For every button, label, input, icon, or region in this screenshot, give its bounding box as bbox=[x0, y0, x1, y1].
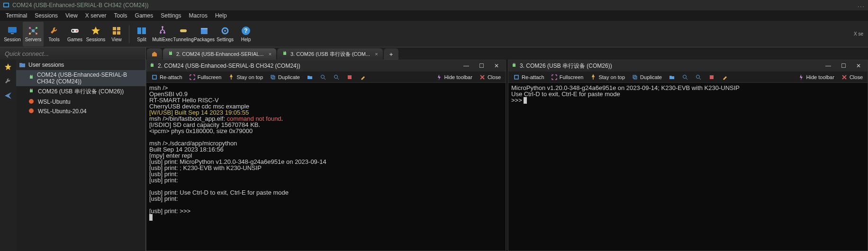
save-button[interactable] bbox=[344, 72, 356, 82]
close-button[interactable]: ✕ bbox=[852, 63, 865, 69]
hide-toolbar-button[interactable]: Hide toolbar bbox=[433, 72, 475, 82]
fork-icon bbox=[157, 26, 168, 36]
svg-rect-70 bbox=[710, 75, 714, 79]
sidebar-header[interactable]: User sessions bbox=[16, 60, 145, 70]
svg-rect-36 bbox=[283, 52, 286, 55]
close-button[interactable]: ✕ bbox=[490, 63, 503, 69]
zoom-in-button[interactable] bbox=[679, 72, 691, 82]
svg-rect-35 bbox=[171, 51, 172, 52]
open-folder-button[interactable] bbox=[666, 72, 678, 82]
terminal-titlebar[interactable]: 3. COM26 (USB 串行设备 (COM26)) — ☐ ✕ bbox=[508, 60, 868, 72]
toolbar-close-button[interactable]: Close bbox=[838, 72, 866, 82]
brush-button[interactable] bbox=[719, 72, 731, 82]
terminal-titlebar[interactable]: 2. COM24 (USB-Enhanced-SERIAL-B CH342 (C… bbox=[146, 60, 506, 72]
zoom-in-button[interactable] bbox=[317, 72, 329, 82]
duplicate-button[interactable]: Duplicate bbox=[267, 72, 303, 82]
plug-icon bbox=[149, 63, 155, 69]
svg-rect-22 bbox=[142, 27, 146, 34]
ribbon-packages-button[interactable]: Packages bbox=[194, 22, 215, 46]
open-folder-button[interactable] bbox=[304, 72, 316, 82]
save-icon bbox=[708, 74, 715, 81]
menu-games[interactable]: Games bbox=[131, 12, 157, 19]
ribbon-sessions-label: Sessions bbox=[86, 37, 106, 42]
ribbon-session-button[interactable]: Session bbox=[2, 22, 23, 46]
close-icon[interactable]: × bbox=[375, 51, 378, 57]
reattach-button[interactable]: Re-attach bbox=[148, 72, 185, 82]
svg-rect-49 bbox=[153, 63, 153, 64]
svg-rect-51 bbox=[271, 75, 274, 78]
tools-gutter-icon[interactable] bbox=[3, 77, 13, 86]
zoom-in-icon bbox=[682, 74, 688, 81]
svg-point-24 bbox=[160, 32, 162, 34]
brush-button[interactable] bbox=[357, 72, 369, 82]
ribbon-multiexec-label: MultiExec bbox=[152, 37, 172, 42]
save-button[interactable] bbox=[705, 72, 718, 82]
ribbon-settings-button[interactable]: Settings bbox=[215, 22, 235, 46]
ribbon-sessions-button[interactable]: Sessions bbox=[85, 22, 106, 46]
ribbon-tunneling-button[interactable]: Tunneling bbox=[173, 22, 194, 46]
ribbon-split-button[interactable]: Split bbox=[131, 22, 152, 46]
menu-help[interactable]: Help bbox=[211, 12, 231, 19]
pin-icon bbox=[590, 74, 597, 81]
terminal-title: 2. COM24 (USB-Enhanced-SERIAL-B CH342 (C… bbox=[158, 63, 300, 69]
ribbon-tools-button[interactable]: Tools bbox=[44, 22, 64, 46]
svg-point-45 bbox=[29, 99, 34, 104]
menu-view[interactable]: View bbox=[62, 12, 81, 19]
bolt-icon bbox=[798, 74, 805, 81]
zoom-out-icon bbox=[695, 74, 702, 81]
close-icon[interactable]: × bbox=[269, 51, 271, 57]
svg-rect-16 bbox=[72, 30, 73, 32]
quick-connect-placeholder: Quick connect... bbox=[5, 50, 49, 57]
fullscreen-button[interactable]: Fullscreen bbox=[186, 72, 225, 82]
menu-settings[interactable]: Settings bbox=[157, 12, 185, 19]
tab-com26-label: 3. COM26 (USB 串行设备 (COM... bbox=[290, 51, 370, 58]
menu-xserver[interactable]: X server bbox=[81, 12, 110, 19]
tab-home[interactable] bbox=[147, 48, 162, 60]
tab-com26[interactable]: 3. COM26 (USB 串行设备 (COM...× bbox=[277, 48, 383, 60]
toolbar-close-button[interactable]: Close bbox=[476, 72, 504, 82]
sidebar-item-com24[interactable]: COM24 (USB-Enhanced-SERIAL-B CH342 (COM2… bbox=[16, 70, 145, 86]
ribbon-multiexec-button[interactable]: MultiExec bbox=[152, 22, 173, 46]
ribbon-games-button[interactable]: Games bbox=[64, 22, 85, 46]
zoom-out-button[interactable] bbox=[330, 72, 343, 82]
maximize-button[interactable]: ☐ bbox=[837, 63, 850, 69]
sidebar-item-wsl-ubuntu[interactable]: WSL-Ubuntu bbox=[16, 97, 145, 107]
reattach-button[interactable]: Re-attach bbox=[510, 72, 547, 82]
ribbon-servers-button[interactable]: Servers bbox=[23, 22, 44, 46]
duplicate-button[interactable]: Duplicate bbox=[629, 72, 665, 82]
quick-connect-input[interactable]: Quick connect... bbox=[0, 47, 146, 60]
fullscreen-button[interactable]: Fullscreen bbox=[548, 72, 587, 82]
svg-line-54 bbox=[324, 78, 326, 80]
svg-rect-19 bbox=[113, 31, 116, 35]
send-gutter-icon[interactable] bbox=[3, 91, 13, 100]
stayontop-button[interactable]: Stay on top bbox=[225, 72, 266, 82]
maximize-button[interactable]: ☐ bbox=[475, 63, 488, 69]
stayontop-button[interactable]: Stay on top bbox=[587, 72, 628, 82]
ribbon-xserver-label[interactable]: X se bbox=[854, 31, 866, 36]
minimize-button[interactable]: — bbox=[822, 63, 834, 69]
menu-tools[interactable]: Tools bbox=[110, 12, 131, 19]
ribbon-view-button[interactable]: View bbox=[106, 22, 127, 46]
minimize-button[interactable]: — bbox=[460, 63, 472, 69]
window-menu-dots[interactable]: ... bbox=[858, 2, 865, 9]
menu-macros[interactable]: Macros bbox=[185, 12, 211, 19]
svg-rect-42 bbox=[30, 90, 33, 92]
zoom-out-button[interactable] bbox=[692, 72, 705, 82]
sidebar-item-wsl-ubuntu-2004[interactable]: WSL-Ubuntu-20.04 bbox=[16, 107, 145, 116]
hide-toolbar-button[interactable]: Hide toolbar bbox=[795, 72, 837, 82]
sidebar-item-com26[interactable]: COM26 (USB 串行设备 (COM26)) bbox=[16, 86, 145, 97]
svg-rect-60 bbox=[513, 64, 515, 67]
svg-point-23 bbox=[162, 26, 163, 28]
menu-terminal[interactable]: Terminal bbox=[2, 12, 31, 19]
ribbon-separator bbox=[129, 25, 129, 43]
svg-rect-38 bbox=[285, 51, 286, 52]
favorite-star-icon[interactable] bbox=[3, 63, 13, 72]
tab-com24-label: 2. COM24 (USB-Enhanced-SERIAL... bbox=[176, 51, 264, 57]
terminal-output[interactable]: MicroPython v1.20.0-348-g24a6e951e on 20… bbox=[508, 83, 868, 251]
tab-com24[interactable]: 2. COM24 (USB-Enhanced-SERIAL...× bbox=[163, 48, 276, 60]
svg-point-68 bbox=[696, 75, 699, 78]
terminal-output[interactable]: msh />OpenSBI v0.9RT-SMART Hello RISC-VC… bbox=[146, 83, 506, 251]
menu-sessions[interactable]: Sessions bbox=[31, 12, 62, 19]
tab-new-button[interactable]: ＋ bbox=[384, 48, 398, 60]
ribbon-help-button[interactable]: ?Help bbox=[235, 22, 256, 46]
